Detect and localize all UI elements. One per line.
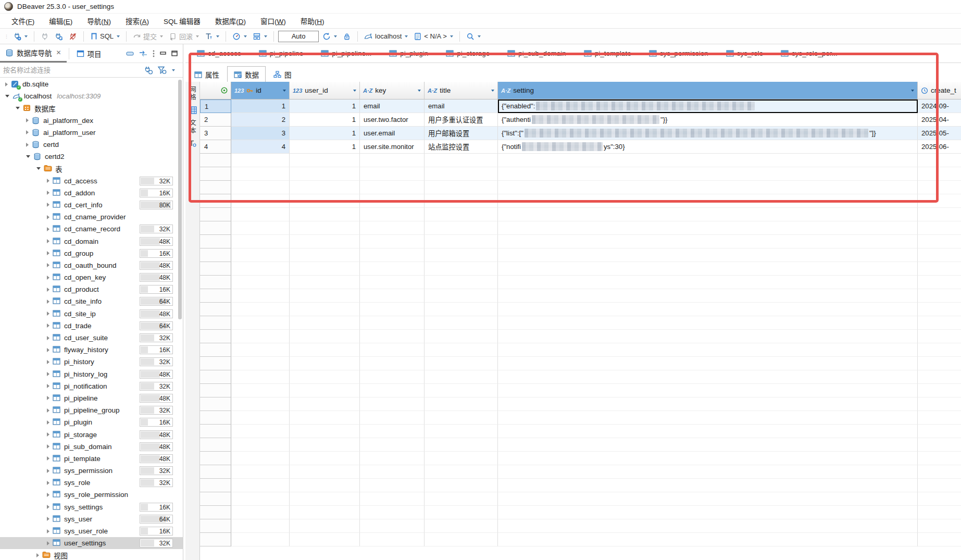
tree-item-db.sqlite[interactable]: ✓db.sqlite [0, 78, 183, 90]
tree-item-sys_permission[interactable]: sys_permission32K [0, 465, 183, 477]
menu-item[interactable]: 导航(N) [81, 14, 117, 28]
row-number-cell[interactable] [200, 181, 231, 194]
cell-user-id[interactable]: 1 [290, 99, 360, 113]
tree-item-pi_notification[interactable]: pi_notification32K [0, 380, 183, 392]
cell-key[interactable]: user.two.factor [360, 113, 425, 127]
cell-setting[interactable]: {"enabled": [498, 99, 918, 113]
tree-item-cd_cname_record[interactable]: cd_cname_record32K [0, 223, 183, 235]
commit-dropdown[interactable] [160, 35, 163, 38]
grid-corner-cell[interactable] [200, 82, 231, 99]
tree-item-pi_pipeline[interactable]: pi_pipeline48K [0, 392, 183, 404]
row-number-cell[interactable] [200, 519, 231, 533]
editor-tab-pi_sub_domain[interactable]: pi_sub_domain [499, 44, 575, 63]
chevron-collapsed-icon[interactable] [5, 82, 8, 86]
cell-id[interactable]: 3 [231, 127, 290, 140]
tree-item-sys_role_permission[interactable]: sys_role_permission [0, 489, 183, 501]
editor-tab-pi_plugin[interactable]: pi_plugin [381, 44, 436, 63]
column-header-key[interactable]: A·Zkey [360, 82, 425, 99]
row-number-cell[interactable]: 1 [200, 99, 231, 113]
menu-item[interactable]: SQL 编辑器 [157, 14, 207, 28]
row-number-cell[interactable] [200, 262, 231, 276]
menu-item[interactable]: 文件(F) [5, 14, 41, 28]
cell-title[interactable]: email [425, 99, 498, 113]
tree-item-cd_cname_provider[interactable]: cd_cname_provider [0, 211, 183, 223]
cell-create-time[interactable]: 2025-06- [918, 140, 961, 154]
row-number-cell[interactable]: 2 [200, 113, 231, 127]
layout-button[interactable] [251, 31, 269, 42]
editor-tab-sys_role[interactable]: sys_role [718, 44, 771, 63]
editor-tab-pi_storage[interactable]: pi_storage [438, 44, 498, 63]
results-tab-图[interactable]: 图 [267, 66, 298, 83]
row-number-cell[interactable] [200, 303, 231, 316]
chevron-collapsed-icon[interactable] [47, 348, 49, 352]
minimize-panel-icon[interactable] [160, 51, 166, 56]
chevron-collapsed-icon[interactable] [26, 143, 29, 147]
reconnect-button[interactable] [53, 31, 65, 42]
tree-item-pi_history[interactable]: pi_history32K [0, 356, 183, 368]
column-header-create_t[interactable]: create_t [918, 82, 961, 99]
chevron-collapsed-icon[interactable] [47, 493, 49, 497]
text-view-icon[interactable] [189, 140, 196, 147]
column-header-id[interactable]: 123id [231, 82, 290, 99]
chevron-collapsed-icon[interactable] [47, 336, 49, 340]
cell-create-time[interactable]: 2024-09- [918, 99, 961, 113]
tree-item-表[interactable]: 表 [0, 163, 183, 175]
column-header-title[interactable]: A·Ztitle [425, 82, 498, 99]
row-number-cell[interactable] [200, 167, 231, 181]
column-filter-dropdown[interactable] [911, 90, 914, 92]
tree-item-pi_plugin[interactable]: pi_plugin16K [0, 416, 183, 428]
tree-item-pi_template[interactable]: pi_template48K [0, 453, 183, 465]
tree-item-cd_site_info[interactable]: cd_site_info64K [0, 295, 183, 307]
row-number-cell[interactable] [200, 479, 231, 492]
tree-item-certd[interactable]: certd [0, 139, 183, 151]
chevron-collapsed-icon[interactable] [47, 312, 49, 316]
cell-title[interactable]: 用户多重认证设置 [425, 113, 498, 127]
chevron-collapsed-icon[interactable] [47, 541, 49, 545]
chevron-collapsed-icon[interactable] [26, 118, 29, 122]
row-number-cell[interactable] [200, 425, 231, 438]
active-database-selector[interactable]: < N/A > [411, 31, 455, 42]
editor-tab-pi_pipeline[interactable]: pi_pipeline... [313, 44, 380, 63]
editor-tab-sys_permission[interactable]: sys_permission [641, 44, 717, 63]
cell-setting[interactable]: {"notifiys":30} [498, 140, 918, 154]
column-header-user_id[interactable]: 123user_id [290, 82, 360, 99]
chevron-collapsed-icon[interactable] [47, 456, 49, 461]
tree-item-cd_domain[interactable]: cd_domain48K [0, 235, 183, 247]
column-filter-dropdown[interactable] [491, 90, 494, 92]
chevron-collapsed-icon[interactable] [47, 432, 49, 437]
chevron-collapsed-icon[interactable] [47, 517, 49, 521]
row-number-cell[interactable] [200, 343, 231, 357]
commit-button[interactable]: 提交 [131, 30, 165, 43]
chevron-collapsed-icon[interactable] [47, 288, 49, 292]
cell-setting[interactable]: {"list":[""]} [498, 127, 918, 140]
chevron-collapsed-icon[interactable] [47, 372, 49, 376]
chevron-collapsed-icon[interactable] [47, 529, 49, 533]
collapse-all-icon[interactable] [126, 51, 134, 56]
cell-user-id[interactable]: 1 [290, 140, 360, 154]
performance-button[interactable] [230, 31, 249, 42]
active-connection-selector[interactable]: localhost [362, 31, 410, 42]
cell-key[interactable]: user.site.monitor [360, 140, 425, 154]
presentation-text-tab[interactable]: 文本 [188, 119, 197, 134]
chevron-collapsed-icon[interactable] [47, 191, 49, 195]
row-number-cell[interactable] [200, 506, 231, 519]
chevron-collapsed-icon[interactable] [36, 553, 39, 557]
cell-key[interactable]: email [360, 99, 425, 113]
chevron-expanded-icon[interactable] [5, 95, 9, 97]
menu-item[interactable]: 搜索(A) [119, 14, 155, 28]
transaction-mode-dropdown[interactable] [216, 35, 219, 38]
chevron-collapsed-icon[interactable] [47, 215, 49, 219]
tab-database-navigator[interactable]: 数据库导航 ✕ [0, 44, 67, 63]
column-filter-dropdown[interactable] [418, 90, 421, 92]
tree-item-sys_role[interactable]: sys_role32K [0, 477, 183, 489]
layout-dropdown[interactable] [264, 35, 267, 38]
tab-projects[interactable]: 项目 [71, 44, 107, 63]
sql-editor-dropdown[interactable] [117, 35, 120, 38]
row-number-cell[interactable] [200, 452, 231, 465]
column-filter-dropdown[interactable] [353, 90, 356, 92]
row-number-cell[interactable] [200, 208, 231, 221]
row-number-cell[interactable] [200, 221, 231, 235]
cell-title[interactable]: 站点监控设置 [425, 140, 498, 154]
chevron-collapsed-icon[interactable] [26, 130, 29, 134]
chevron-collapsed-icon[interactable] [47, 481, 49, 485]
